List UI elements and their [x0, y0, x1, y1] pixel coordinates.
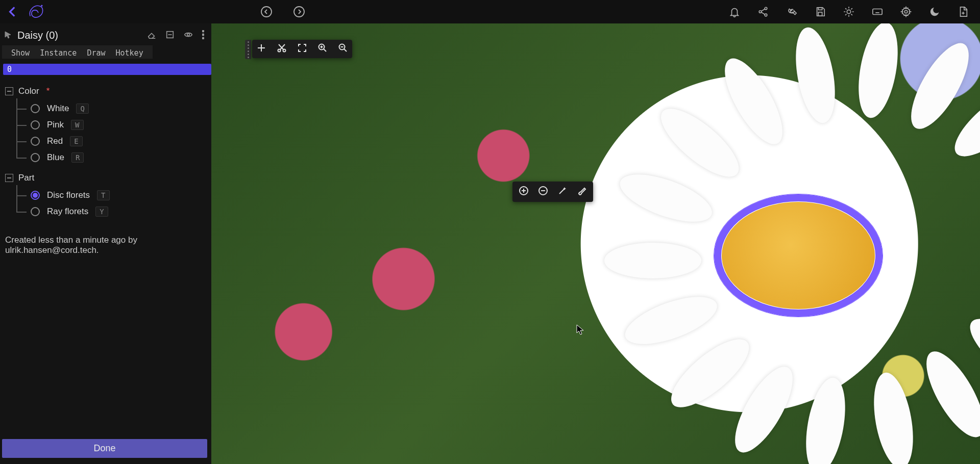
- svg-line-7: [761, 12, 765, 15]
- svg-line-15: [846, 9, 846, 9]
- svg-line-16: [851, 14, 852, 15]
- keyboard-icon[interactable]: [872, 6, 883, 17]
- segmentation-mask[interactable]: [714, 194, 883, 317]
- group-label: Part: [18, 173, 34, 183]
- dark-mode-icon[interactable]: [929, 6, 940, 17]
- svg-line-46: [344, 49, 347, 51]
- svg-point-25: [904, 10, 908, 13]
- hotkey-badge: Q: [76, 104, 88, 114]
- radio-icon[interactable]: [31, 120, 40, 130]
- mouse-cursor: [576, 324, 584, 336]
- option-ray-florets[interactable]: Ray florets Y: [16, 203, 206, 220]
- svg-line-17: [846, 14, 846, 15]
- back-button[interactable]: [6, 5, 19, 18]
- toolbar-grip[interactable]: [245, 40, 251, 59]
- tab-show[interactable]: Show: [6, 47, 35, 59]
- hotkey-badge: Y: [95, 207, 108, 217]
- prev-image-button[interactable]: [260, 6, 273, 18]
- zoom-out-icon[interactable]: [338, 43, 348, 55]
- done-button[interactable]: Done: [2, 439, 207, 458]
- hotkey-badge: T: [97, 190, 109, 200]
- option-label: Disc florets: [47, 190, 90, 200]
- option-label: Ray florets: [47, 207, 88, 217]
- creation-meta: Created less than a minute ago by ulrik.…: [5, 220, 206, 255]
- svg-rect-9: [818, 12, 822, 16]
- option-label: Pink: [47, 120, 64, 130]
- hotkey-badge: R: [71, 152, 84, 163]
- radio-icon[interactable]: [31, 137, 40, 146]
- add-tool-icon[interactable]: [256, 43, 266, 55]
- tab-draw[interactable]: Draw: [82, 47, 110, 59]
- mask-toolbar: [512, 182, 593, 202]
- radio-icon[interactable]: [31, 191, 40, 200]
- mask-subtract-icon[interactable]: [538, 186, 548, 198]
- required-marker: *: [46, 86, 50, 96]
- svg-line-6: [761, 9, 765, 12]
- image-canvas[interactable]: [211, 23, 980, 464]
- tab-hotkey[interactable]: Hotkey: [111, 47, 149, 59]
- svg-point-1: [261, 7, 272, 17]
- object-class-title: Daisy (0): [17, 30, 142, 41]
- tab-instance[interactable]: Instance: [35, 47, 82, 59]
- mask-add-icon[interactable]: [519, 186, 529, 198]
- svg-point-2: [294, 7, 304, 17]
- zoom-in-icon[interactable]: [317, 43, 328, 55]
- option-disc-florets[interactable]: Disc florets T: [16, 187, 206, 203]
- svg-point-33: [202, 34, 204, 35]
- svg-rect-19: [873, 9, 882, 15]
- option-label: Red: [47, 136, 63, 146]
- fit-screen-icon[interactable]: [297, 43, 307, 55]
- option-red[interactable]: Red E: [16, 133, 206, 149]
- eraser-icon[interactable]: [147, 30, 156, 41]
- svg-point-34: [202, 37, 204, 39]
- option-label: Blue: [47, 152, 64, 163]
- option-blue[interactable]: Blue R: [16, 149, 206, 166]
- instance-count-badge: 0: [3, 64, 211, 75]
- radio-icon[interactable]: [31, 153, 40, 162]
- brightness-icon[interactable]: [843, 6, 854, 17]
- group-part[interactable]: Part: [5, 171, 206, 185]
- svg-point-10: [847, 10, 850, 13]
- document-icon[interactable]: [958, 6, 969, 17]
- cursor-tool-icon[interactable]: [4, 31, 12, 41]
- svg-rect-8: [818, 8, 822, 10]
- svg-point-38: [283, 49, 286, 52]
- option-pink[interactable]: Pink W: [16, 117, 206, 133]
- canvas-toolbar: [252, 40, 352, 58]
- radio-icon[interactable]: [31, 104, 40, 113]
- annotation-sidebar: Daisy (0) Show Instance Draw Hotkey 0 Co…: [0, 23, 211, 464]
- collapse-icon[interactable]: [5, 174, 13, 182]
- share-icon[interactable]: [757, 6, 769, 17]
- settings-icon[interactable]: [900, 6, 912, 17]
- sidebar-tabs: Show Instance Draw Hotkey: [2, 45, 153, 59]
- save-icon[interactable]: [815, 6, 826, 17]
- collapse-icon[interactable]: [5, 87, 13, 95]
- svg-line-18: [851, 9, 852, 9]
- option-label: White: [47, 104, 69, 114]
- svg-point-37: [278, 49, 281, 52]
- cut-tool-icon[interactable]: [277, 43, 287, 55]
- top-toolbar: [0, 0, 980, 23]
- notifications-icon[interactable]: [729, 6, 740, 17]
- svg-point-0: [41, 5, 42, 7]
- hotkey-badge: E: [70, 136, 82, 146]
- visibility-icon[interactable]: [184, 30, 193, 41]
- radio-icon[interactable]: [31, 207, 40, 216]
- option-white[interactable]: White Q: [16, 100, 206, 117]
- group-label: Color: [18, 86, 39, 96]
- group-color[interactable]: Color *: [5, 84, 206, 98]
- tools-icon[interactable]: [786, 6, 797, 17]
- svg-point-32: [202, 30, 204, 32]
- brush-icon[interactable]: [577, 186, 587, 198]
- svg-point-31: [187, 33, 190, 36]
- magic-wand-icon[interactable]: [557, 186, 568, 198]
- app-logo: [26, 2, 46, 22]
- svg-line-42: [324, 49, 326, 51]
- more-menu-icon[interactable]: [202, 30, 204, 41]
- next-image-button[interactable]: [293, 6, 305, 18]
- hotkey-badge: W: [71, 120, 83, 130]
- minimize-icon[interactable]: [165, 30, 175, 41]
